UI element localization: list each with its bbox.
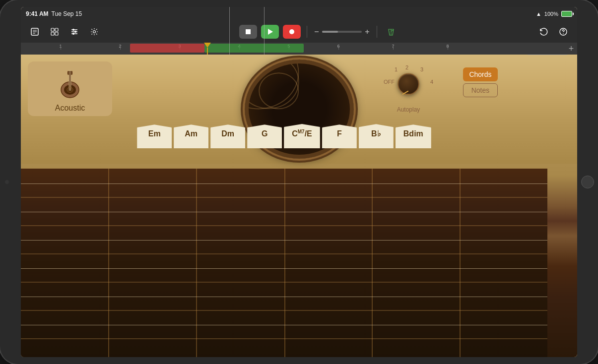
battery-icon [561, 11, 572, 17]
svg-rect-2 [55, 28, 58, 31]
fretboard[interactable] [21, 169, 547, 357]
string-2 [21, 212, 547, 212]
chords-button[interactable]: Chords [463, 67, 498, 81]
help-button[interactable] [555, 24, 571, 40]
fret-col-2 [196, 169, 197, 357]
string-3 [21, 240, 547, 241]
timeline-ruler[interactable]: 1 2 3 4 5 6 7 8 [21, 43, 565, 55]
svg-point-7 [72, 33, 74, 35]
svg-point-13 [563, 33, 564, 34]
autoplay-knob[interactable] [398, 73, 419, 95]
transport-divider [307, 26, 307, 38]
timeline[interactable]: 1 2 3 4 5 6 7 8 [21, 43, 577, 55]
guitar-svg-icon [53, 65, 87, 100]
svg-point-6 [74, 31, 76, 33]
string-1 [21, 183, 547, 184]
new-track-button[interactable] [27, 24, 43, 40]
svg-point-11 [289, 29, 294, 34]
knob-wrapper[interactable]: OFF 1 2 3 4 [384, 64, 433, 104]
ipad-frame: 9:41 AM Tue Sep 15 ▲ 100% [0, 0, 598, 364]
mixer-button[interactable] [66, 24, 82, 40]
chord-bdim[interactable]: Bdim [396, 124, 431, 148]
fret-col-4 [372, 169, 373, 357]
toolbar [21, 21, 577, 43]
tempo-slider[interactable] [313, 28, 371, 35]
chords-row: Em Am Dm G CM7/E F B♭ Bdim [21, 124, 547, 148]
fret-col-5 [460, 169, 461, 357]
main-content: Acoustic OFF 1 2 3 4 Autoplay [21, 55, 577, 357]
chord-c[interactable]: CM7/E [284, 124, 320, 148]
svg-point-8 [93, 31, 96, 33]
tick-mark-7 [393, 46, 394, 50]
status-right: ▲ 100% [536, 11, 572, 17]
wifi-icon: ▲ [536, 11, 541, 17]
tick-mark-6 [338, 46, 339, 50]
undo-button[interactable] [535, 24, 551, 40]
autoplay-label: Autoplay [397, 106, 420, 113]
string-5 [21, 297, 547, 297]
svg-marker-10 [268, 29, 273, 35]
chords-notes-container: Chords Notes [463, 67, 498, 97]
timeline-track-green [204, 44, 304, 53]
chord-f[interactable]: F [322, 124, 357, 148]
status-time: 9:41 AM [26, 10, 49, 17]
timeline-track-red [130, 44, 204, 53]
stop-button[interactable] [239, 25, 257, 39]
plus-icon [364, 28, 371, 35]
knob-indicator [402, 91, 408, 95]
chord-am[interactable]: Am [174, 124, 208, 148]
chord-dm[interactable]: Dm [210, 124, 245, 148]
svg-rect-3 [51, 32, 54, 35]
playhead-line [207, 48, 208, 55]
home-button[interactable] [581, 176, 594, 188]
record-button[interactable] [283, 25, 301, 39]
svg-rect-1 [51, 28, 54, 31]
settings-button[interactable] [86, 24, 102, 40]
svg-rect-4 [55, 32, 58, 35]
track-view-button[interactable] [47, 24, 63, 40]
svg-rect-9 [246, 29, 251, 34]
knob-labels: OFF 1 2 3 4 [384, 64, 433, 99]
tick-mark-8 [448, 46, 448, 50]
tempo-track[interactable] [322, 31, 362, 33]
knob-label-3: 3 [420, 66, 423, 72]
annotation-line-3 [528, 55, 567, 55]
ipad-screen: 9:41 AM Tue Sep 15 ▲ 100% [21, 7, 577, 357]
string-4 [21, 268, 547, 269]
tick-mark-1 [61, 46, 61, 50]
status-date: Tue Sep 15 [52, 10, 82, 17]
knob-label-4: 4 [430, 79, 433, 85]
battery-percent: 100% [544, 11, 558, 17]
metronome-button[interactable] [383, 24, 399, 40]
status-bar: 9:41 AM Tue Sep 15 ▲ 100% [21, 7, 577, 21]
transport-divider-2 [377, 26, 377, 38]
left-camera-dot [5, 180, 9, 184]
toolbar-right [535, 24, 571, 40]
string-6 [21, 325, 547, 325]
instrument-thumbnail[interactable]: Acoustic [28, 61, 112, 116]
annotation-line-2 [264, 7, 265, 55]
notes-button[interactable]: Notes [463, 83, 498, 97]
knob-label-1: 1 [395, 66, 398, 72]
svg-point-5 [72, 29, 74, 31]
timeline-add-button[interactable]: + [565, 43, 577, 55]
playhead-triangle [204, 43, 211, 48]
soundhole-ring-3 [259, 72, 299, 109]
chord-em[interactable]: Em [137, 124, 172, 148]
knob-label-2: 2 [405, 64, 408, 70]
autoplay-container: OFF 1 2 3 4 Autoplay [384, 64, 433, 113]
chord-g[interactable]: G [247, 124, 282, 148]
fret-col-1 [108, 169, 109, 357]
play-button[interactable] [261, 25, 279, 39]
annotation-line-1 [229, 7, 230, 55]
chord-bb[interactable]: B♭ [359, 124, 394, 148]
transport-controls [106, 24, 532, 40]
knob-label-off: OFF [384, 79, 395, 85]
fret-col-3 [284, 169, 285, 357]
instrument-label: Acoustic [55, 104, 85, 113]
timeline-playhead[interactable] [204, 43, 210, 55]
minus-icon [313, 28, 320, 35]
tick-mark-2 [120, 46, 121, 50]
tempo-fill [322, 31, 338, 33]
